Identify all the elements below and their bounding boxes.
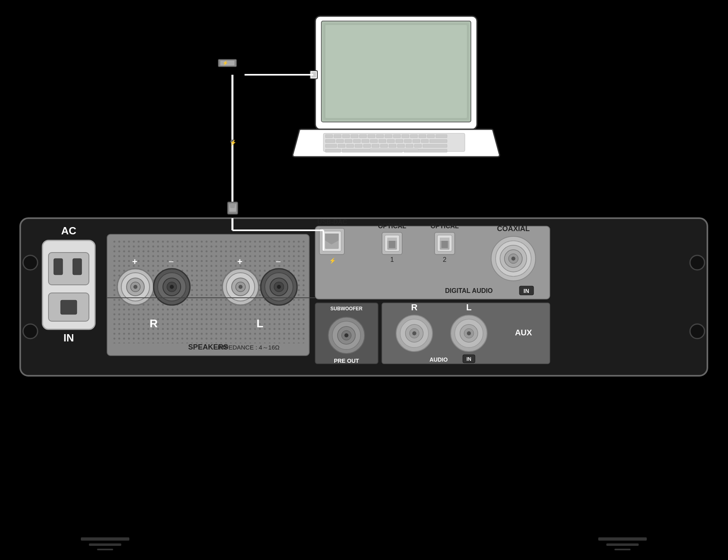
svg-rect-29 [413, 139, 420, 143]
svg-rect-33 [338, 144, 345, 147]
svg-rect-31 [430, 139, 447, 143]
svg-rect-129 [81, 537, 129, 541]
svg-point-121 [412, 331, 416, 335]
svg-rect-43 [423, 144, 447, 147]
usb-dac-label: USB-DAC [317, 219, 347, 225]
audio-l-label: L [466, 302, 471, 312]
audio-r-label: R [411, 302, 418, 312]
subwoofer-label: SUBWOOFER [330, 306, 363, 312]
svg-rect-35 [355, 144, 362, 147]
svg-rect-17 [427, 135, 435, 138]
svg-rect-130 [89, 543, 121, 546]
svg-rect-12 [385, 135, 392, 138]
svg-rect-11 [376, 135, 384, 138]
svg-rect-30 [421, 139, 428, 143]
svg-rect-24 [370, 139, 378, 143]
laptop-illustration [293, 16, 500, 157]
svg-rect-39 [389, 144, 396, 147]
svg-rect-32 [325, 144, 337, 147]
svg-rect-132 [598, 537, 647, 541]
mount-hole-left-bottom [23, 324, 38, 339]
svg-rect-62 [73, 259, 82, 275]
amplifier-panel: AC IN SPEAKERS IMPEDANCE : 4～16Ω [20, 218, 707, 376]
speaker-minus2: − [276, 257, 281, 267]
digital-audio-label: DIGITAL AUDIO [445, 287, 493, 294]
svg-rect-23 [362, 139, 369, 143]
optical1-label2: 1 [390, 256, 394, 263]
digital-audio-section: DIGITAL AUDIO IN ⚡ USB-DAC [315, 219, 550, 299]
svg-rect-41 [406, 144, 413, 147]
pre-out-label: PRE OUT [334, 358, 359, 364]
svg-rect-98 [387, 238, 397, 241]
svg-rect-134 [614, 549, 631, 550]
svg-rect-42 [414, 144, 422, 147]
svg-rect-3 [325, 25, 467, 118]
svg-rect-37 [372, 144, 379, 147]
svg-rect-10 [368, 135, 375, 138]
svg-rect-47 [370, 149, 418, 151]
svg-rect-28 [404, 139, 411, 143]
svg-rect-19 [325, 139, 335, 143]
svg-point-77 [170, 285, 174, 289]
speaker-plus2: + [237, 257, 243, 267]
svg-point-72 [133, 285, 137, 289]
svg-rect-61 [54, 259, 63, 275]
ac-in-section: AC IN [42, 225, 95, 344]
mount-hole-right-bottom [690, 324, 705, 339]
pre-out-section: SUBWOOFER PRE OUT [315, 303, 378, 364]
svg-rect-8 [351, 135, 358, 138]
audio-in-badge: IN [466, 356, 471, 362]
optical1-label1: OPTICAL [378, 223, 406, 229]
svg-rect-13 [393, 135, 401, 138]
audio-label: AUDIO [429, 356, 447, 363]
svg-rect-22 [353, 139, 361, 143]
speaker-r-label: R [150, 317, 158, 330]
svg-rect-21 [345, 139, 352, 143]
svg-rect-36 [363, 144, 371, 147]
svg-rect-26 [387, 139, 395, 143]
svg-rect-34 [346, 144, 354, 147]
digital-audio-in-badge: IN [523, 288, 529, 294]
svg-rect-18 [436, 135, 447, 138]
svg-rect-16 [419, 135, 426, 138]
audio-connectors-section: SUBWOOFER PRE OUT [315, 302, 550, 364]
svg-rect-38 [380, 144, 388, 147]
svg-rect-14 [402, 135, 409, 138]
svg-rect-9 [359, 135, 367, 138]
main-diagram: ⚡ ⚡ [0, 0, 728, 560]
optical2-label1: OPTICAL [430, 223, 459, 229]
svg-rect-64 [61, 300, 77, 314]
svg-rect-131 [97, 549, 113, 550]
ac-in-label-bottom: IN [63, 332, 74, 344]
speaker-minus1: − [169, 257, 174, 267]
svg-rect-133 [606, 543, 639, 546]
svg-rect-15 [410, 135, 418, 138]
svg-rect-5 [325, 135, 333, 138]
usb-symbol-cable: ⚡ [230, 139, 237, 146]
ac-in-label-top: AC [61, 225, 76, 237]
speakers-section: SPEAKERS IMPEDANCE : 4～16Ω + [107, 234, 309, 356]
speaker-l-label: L [256, 317, 263, 330]
svg-rect-25 [379, 139, 386, 143]
svg-point-109 [511, 257, 515, 261]
svg-point-115 [344, 333, 348, 337]
svg-rect-7 [342, 135, 350, 138]
svg-point-126 [467, 331, 471, 335]
svg-rect-103 [440, 238, 449, 241]
svg-rect-6 [334, 135, 341, 138]
usb-type-a-connector: ⚡ [218, 59, 236, 67]
svg-rect-44 [325, 149, 341, 152]
svg-point-87 [277, 285, 281, 289]
svg-rect-40 [397, 144, 405, 147]
mount-hole-right-top [690, 255, 705, 270]
impedance-label: IMPEDANCE : 4～16Ω [218, 344, 280, 351]
svg-rect-27 [396, 139, 403, 143]
svg-rect-20 [336, 139, 344, 143]
coaxial-label: COAXIAL [497, 225, 530, 233]
optical2-label2: 2 [443, 256, 447, 263]
speaker-plus1: + [132, 257, 137, 267]
usb-type-b-connector-bottom [228, 202, 238, 214]
aux-label: AUX [515, 328, 532, 337]
usb-symbol-connector: ⚡ [222, 60, 228, 66]
audio-in-section: R L AUX AUDIO IN [382, 302, 550, 364]
